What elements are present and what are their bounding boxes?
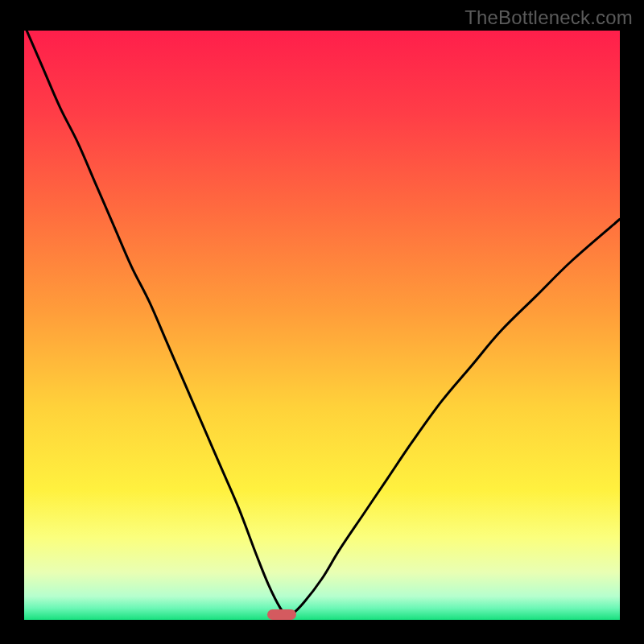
plot-area (24, 31, 620, 620)
watermark-text: TheBottleneck.com (464, 6, 633, 29)
optimal-marker (267, 609, 296, 620)
outer-frame: TheBottleneck.com (0, 0, 644, 644)
bottleneck-curve (24, 31, 620, 620)
